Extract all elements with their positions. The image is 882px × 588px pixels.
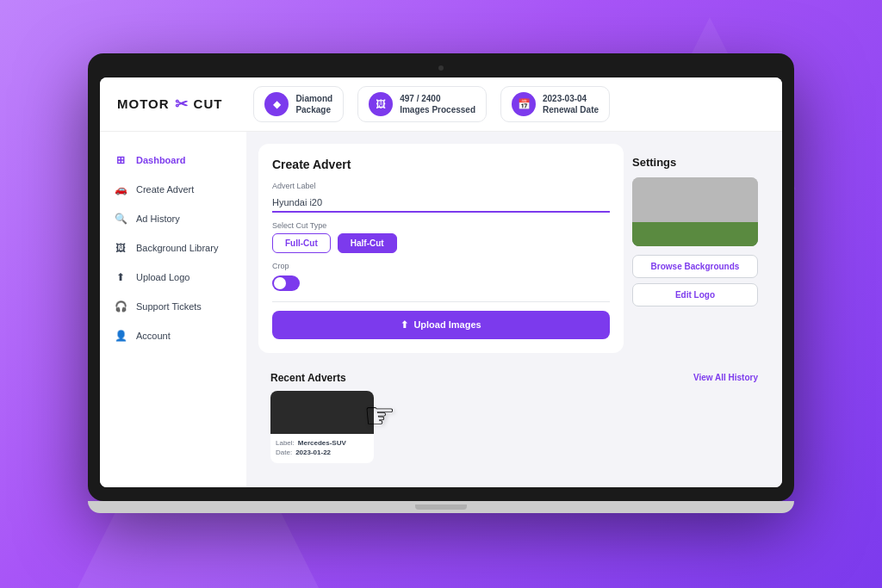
upload-images-button[interactable]: ⬆ Upload Images: [272, 311, 610, 339]
sidebar-label-dashboard: Dashboard: [136, 155, 185, 165]
advert-cards-row: Label: Mercedes-SUV Date: 2023-01-22: [270, 391, 758, 463]
date-key: Date:: [276, 449, 292, 456]
renewal-date-badge: 📅 2023-03-04 Renewal Date: [500, 86, 610, 122]
sidebar-item-upload-logo[interactable]: ⬆ Upload Logo: [100, 263, 246, 292]
sidebar-label-ad-history: Ad History: [136, 214, 180, 224]
preview-ground: [632, 222, 758, 246]
label-value: Mercedes-SUV: [298, 439, 346, 449]
advert-thumbnail: [270, 391, 374, 434]
logo: MOTOR ✂ CUT: [117, 95, 222, 114]
edit-logo-button[interactable]: Edit Logo: [632, 283, 758, 306]
sidebar: ⊞ Dashboard 🚗 Create Advert 🔍 Ad History…: [100, 132, 246, 487]
advert-info: Label: Mercedes-SUV Date: 2023-01-22: [270, 434, 374, 463]
crop-toggle[interactable]: [272, 275, 300, 291]
background-preview: [632, 177, 758, 246]
images-icon: 🖼: [369, 92, 393, 116]
view-all-link[interactable]: View All History: [693, 373, 758, 382]
sidebar-label-upload-logo: Upload Logo: [136, 272, 189, 282]
images-processed-badge: 🖼 497 / 2400 Images Processed: [357, 86, 487, 122]
full-cut-button[interactable]: Full-Cut: [272, 233, 331, 253]
cut-type-row: Full-Cut Half-Cut: [272, 233, 610, 253]
background-library-icon: 🖼: [114, 241, 127, 255]
content-area: Create Advert Advert Label Select Cut Ty…: [246, 132, 782, 487]
create-advert-title: Create Advert: [272, 158, 610, 171]
main-layout: ⊞ Dashboard 🚗 Create Advert 🔍 Ad History…: [100, 132, 782, 487]
sidebar-label-create-advert: Create Advert: [136, 184, 194, 195]
dashboard-icon: ⊞: [114, 153, 127, 167]
ad-history-icon: 🔍: [114, 212, 127, 226]
support-icon: 🎧: [114, 300, 127, 313]
laptop-base: [88, 501, 794, 513]
cut-type-label: Select Cut Type: [272, 221, 610, 230]
advert-label-input[interactable]: [272, 194, 610, 213]
diamond-package-badge: ◆ Diamond Package: [253, 86, 344, 122]
advert-label-label: Advert Label: [272, 182, 610, 190]
upload-logo-icon: ⬆: [114, 270, 127, 284]
upload-label: Upload Images: [413, 319, 481, 330]
diamond-badge-text: Diamond Package: [295, 93, 332, 115]
advert-card: Label: Mercedes-SUV Date: 2023-01-22: [270, 391, 374, 463]
sidebar-label-background-library: Background Library: [136, 243, 218, 253]
recent-header: Recent Adverts View All History: [270, 372, 758, 384]
logo-text-cut: CUT: [194, 96, 223, 111]
preview-sky: [632, 177, 758, 222]
laptop-notch: [415, 504, 467, 510]
divider: [272, 301, 610, 302]
half-cut-button[interactable]: Half-Cut: [338, 233, 397, 253]
images-badge-text: 497 / 2400 Images Processed: [400, 93, 475, 115]
toggle-thumb: [274, 277, 286, 289]
create-advert-icon: 🚗: [114, 183, 127, 196]
recent-title: Recent Adverts: [270, 372, 346, 384]
screen-content: MOTOR ✂ CUT ◆ Diamond Package 🖼 497 / 24…: [100, 77, 782, 487]
sidebar-item-ad-history[interactable]: 🔍 Ad History: [100, 204, 246, 233]
account-icon: 👤: [114, 329, 127, 343]
browse-backgrounds-button[interactable]: Browse Backgrounds: [632, 255, 758, 278]
crop-label: Crop: [272, 262, 610, 270]
upload-icon: ⬆: [401, 319, 408, 331]
sidebar-label-support-tickets: Support Tickets: [136, 301, 202, 312]
sidebar-item-support-tickets[interactable]: 🎧 Support Tickets: [100, 292, 246, 321]
calendar-icon: 📅: [512, 92, 536, 116]
diamond-icon: ◆: [264, 92, 289, 116]
sidebar-item-create-advert[interactable]: 🚗 Create Advert: [100, 175, 246, 204]
renewal-badge-text: 2023-03-04 Renewal Date: [543, 93, 599, 115]
webcam: [438, 65, 444, 71]
laptop-frame: MOTOR ✂ CUT ◆ Diamond Package 🖼 497 / 24…: [88, 53, 794, 535]
create-advert-card: Create Advert Advert Label Select Cut Ty…: [258, 144, 624, 353]
sidebar-item-account[interactable]: 👤 Account: [100, 321, 246, 350]
label-key: Label:: [276, 439, 295, 447]
header: MOTOR ✂ CUT ◆ Diamond Package 🖼 497 / 24…: [100, 77, 782, 132]
settings-title: Settings: [632, 156, 758, 169]
recent-adverts-section: Recent Adverts View All History Label: M…: [258, 372, 770, 475]
crop-section: Crop: [272, 262, 610, 291]
settings-panel: Settings Browse Backgrounds Edit Logo: [632, 144, 770, 363]
sidebar-label-account: Account: [136, 331, 171, 341]
date-value: 2023-01-22: [295, 449, 331, 458]
sidebar-item-dashboard[interactable]: ⊞ Dashboard: [100, 145, 246, 175]
sidebar-item-background-library[interactable]: 🖼 Background Library: [100, 233, 246, 263]
laptop-screen: MOTOR ✂ CUT ◆ Diamond Package 🖼 497 / 24…: [88, 53, 794, 501]
logo-text-motor: MOTOR: [117, 96, 170, 111]
scissors-icon: ✂: [175, 95, 189, 114]
